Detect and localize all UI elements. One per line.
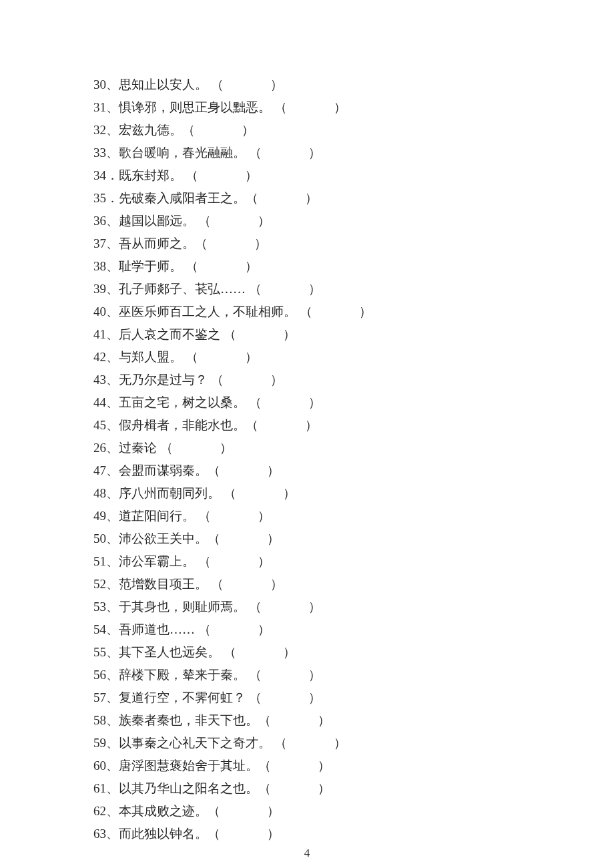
item-number: 33 <box>93 146 106 160</box>
paren-open: （ <box>249 690 262 704</box>
item-separator: 、 <box>106 486 119 500</box>
answer-blank <box>198 346 245 369</box>
exercise-line: 52、范增数目项王。 （ ） <box>93 573 521 596</box>
answer-blank <box>224 573 270 596</box>
item-text: 先破秦入咸阳者王之。 <box>119 191 246 205</box>
exercise-line: 38、耻学于师。 （ ） <box>93 255 521 278</box>
item-text: 吾从而师之。 <box>119 236 195 250</box>
item-separator: 、 <box>106 441 119 455</box>
paren-close: ） <box>245 350 258 364</box>
item-number: 50 <box>93 531 106 546</box>
paren-close: ） <box>283 645 296 659</box>
item-separator: 、 <box>106 418 119 432</box>
item-text: 无乃尔是过与？ <box>119 373 208 387</box>
item-number: 48 <box>93 486 106 500</box>
item-text: 过秦论 <box>119 441 157 455</box>
paren-close: ） <box>308 282 321 296</box>
item-number: 58 <box>93 713 106 727</box>
paren-close: ） <box>283 486 296 500</box>
item-text: 范增数目项王。 <box>119 577 208 591</box>
item-separator: 、 <box>106 509 119 523</box>
item-separator: ． <box>106 168 119 182</box>
item-text: 道芷阳间行。 <box>119 509 195 523</box>
answer-blank <box>287 732 334 754</box>
item-separator: 、 <box>106 100 119 114</box>
answer-blank <box>236 641 283 664</box>
item-separator: 、 <box>106 214 119 228</box>
item-number: 37 <box>93 236 106 250</box>
paren-open: （ <box>246 418 258 432</box>
paren-open: （ <box>160 441 173 455</box>
exercise-line: 32、宏兹九德。（ ） <box>93 119 521 142</box>
exercise-line: 49、道芷阳间行。 （ ） <box>93 505 521 527</box>
paren-open: （ <box>208 827 220 841</box>
item-separator: 、 <box>106 554 119 568</box>
item-separator: 、 <box>106 463 119 477</box>
answer-blank <box>312 300 359 323</box>
item-separator: 、 <box>106 282 119 296</box>
paren-close: ） <box>318 781 330 795</box>
paren-open: （ <box>224 327 236 341</box>
paren-open: （ <box>195 236 208 250</box>
item-number: 30 <box>93 77 106 91</box>
paren-close: ） <box>258 622 270 636</box>
paren-open: （ <box>186 168 198 182</box>
item-number: 38 <box>93 259 106 273</box>
item-separator: ． <box>106 191 119 205</box>
item-separator: 、 <box>106 622 119 636</box>
item-separator: 、 <box>106 327 119 341</box>
paren-close: ） <box>334 736 346 750</box>
exercise-line: 37、吾从而师之。（ ） <box>93 232 521 255</box>
item-number: 32 <box>93 123 106 137</box>
paren-open: （ <box>224 645 236 659</box>
item-separator: 、 <box>106 645 119 659</box>
paren-open: （ <box>258 781 271 795</box>
item-number: 51 <box>93 554 106 568</box>
item-number: 39 <box>93 282 106 296</box>
exercise-line: 57、复道行空，不霁何虹？ （ ） <box>93 686 521 709</box>
answer-blank <box>224 73 270 96</box>
paren-close: ） <box>245 259 258 273</box>
item-separator: 、 <box>106 577 119 591</box>
paren-open: （ <box>274 736 287 750</box>
exercise-line: 51、沛公军霸上。 （ ） <box>93 550 521 573</box>
paren-open: （ <box>274 100 287 114</box>
item-number: 56 <box>93 668 106 682</box>
answer-blank <box>287 96 334 119</box>
answer-blank <box>208 232 254 255</box>
item-separator: 、 <box>106 77 119 91</box>
paren-open: （ <box>249 395 262 409</box>
exercise-line: 48、序八州而朝同列。 （ ） <box>93 482 521 505</box>
item-separator: 、 <box>106 781 119 795</box>
paren-open: （ <box>208 463 220 477</box>
exercise-line: 34．既东封郑。 （ ） <box>93 164 521 187</box>
paren-close: ） <box>318 713 330 727</box>
paren-open: （ <box>211 577 224 591</box>
item-number: 44 <box>93 395 106 409</box>
item-number: 53 <box>93 600 106 614</box>
item-text: 沛公欲王关中。 <box>119 531 208 546</box>
exercise-line: 53、于其身也，则耻师焉。 （ ） <box>93 596 521 618</box>
exercise-line: 39、孔子师郯子、苌弘…… （ ） <box>93 278 521 300</box>
answer-blank <box>173 437 220 459</box>
item-text: 复道行空，不霁何虹？ <box>119 690 246 704</box>
paren-close: ） <box>220 441 232 455</box>
paren-open: （ <box>249 282 262 296</box>
paren-open: （ <box>300 304 312 318</box>
item-number: 55 <box>93 645 106 659</box>
exercise-line: 35．先破秦入咸阳者王之。（ ） <box>93 187 521 210</box>
paren-open: （ <box>224 486 236 500</box>
answer-blank <box>262 686 308 709</box>
answer-blank <box>271 709 318 732</box>
item-text: 后人哀之而不鉴之 <box>119 327 220 341</box>
paren-open: （ <box>198 554 211 568</box>
item-separator: 、 <box>106 736 119 750</box>
item-text: 歌台暖响，春光融融。 <box>119 146 246 160</box>
item-text: 与郑人盟。 <box>119 350 182 364</box>
item-text: 其下圣人也远矣。 <box>119 645 220 659</box>
paren-close: ） <box>334 100 346 114</box>
paren-open: （ <box>198 622 211 636</box>
paren-open: （ <box>186 259 198 273</box>
item-number: 42 <box>93 350 106 364</box>
paren-open: （ <box>249 668 262 682</box>
